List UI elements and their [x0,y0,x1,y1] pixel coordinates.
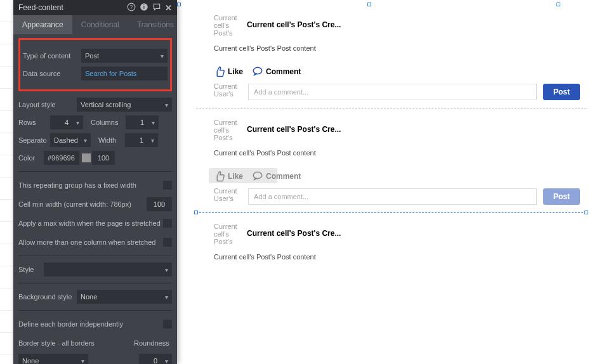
thumbs-up-icon [214,171,225,182]
post-content: Current cell's Post's Post content [214,253,580,261]
columns-label: Columns [91,119,126,126]
property-panel: Feed-content ? i ✕ Appearance Conditiona… [13,0,177,364]
help-icon[interactable]: ? [127,3,136,13]
panel-header-icons: ? i ✕ [127,3,172,13]
panel-tabs: Appearance Conditional Transitions [13,15,177,34]
define-border-checkbox[interactable] [163,320,172,328]
svg-point-5 [253,172,262,179]
panel-title: Feed-content [18,3,63,12]
info-icon[interactable]: i [140,3,148,13]
data-source-label: Data source [23,70,81,77]
post-comment-button[interactable]: Post [543,84,580,100]
rows-label: Rows [18,119,50,126]
feed-cell[interactable]: Current cell's Post's Current cell's Pos… [196,108,586,212]
comment-icon[interactable] [152,3,161,13]
post-creator: Current cell's Post's Cre... [247,125,341,134]
roundness-label: Roundness [134,339,172,347]
width-select[interactable]: 1 [125,133,158,147]
comment-button[interactable]: Comment [252,171,301,182]
separator-label: Separato [18,136,50,144]
color-alpha-input[interactable]: 100 [92,151,115,165]
apply-max-width-checkbox[interactable] [163,219,172,228]
comment-label: Comment [266,172,301,181]
speech-bubble-icon [252,171,263,182]
cell-min-width-input[interactable]: 100 [147,197,172,211]
color-hex-input[interactable]: #969696 [44,151,79,165]
post-content: Current cell's Post's Post content [214,44,580,52]
comment-input[interactable]: Add a comment... [248,188,537,205]
close-icon[interactable]: ✕ [165,3,172,13]
apply-max-width-label: Apply a max width when the page is stret… [18,219,161,227]
allow-more-col-checkbox[interactable] [163,238,172,247]
avatar-placeholder: Current cell's Post's [214,223,238,244]
comment-button[interactable]: Comment [252,66,301,77]
feed-cell[interactable]: Current cell's Post's Current cell's Pos… [196,212,586,267]
define-border-label: Define each border independently [18,320,123,328]
separator-select[interactable]: Dashed [50,133,91,147]
user-avatar-placeholder: Current User's [214,82,242,101]
roundness-input[interactable]: 0 [139,354,172,364]
speech-bubble-icon [252,66,263,77]
panel-body: Type of content Post Data source Search … [13,38,177,364]
border-style-select[interactable]: None [18,354,88,364]
svg-text:i: i [143,4,145,10]
layout-style-select[interactable]: Vertical scrolling [77,98,172,112]
post-comment-button[interactable]: Post [543,188,580,205]
highlighted-section: Type of content Post Data source Search … [18,38,172,91]
background-style-select[interactable]: None [77,290,172,304]
user-avatar-placeholder: Current User's [214,187,242,206]
columns-select[interactable]: 1 [126,115,159,129]
post-creator: Current cell's Post's Cre... [247,229,341,238]
tab-appearance[interactable]: Appearance [13,15,72,34]
like-button[interactable]: Like [214,171,243,182]
like-label: Like [228,67,243,76]
cell-min-width-label: Cell min width (current width: 786px) [18,200,131,208]
post-content: Current cell's Post's Post content [214,149,580,157]
like-button[interactable]: Like [214,66,243,77]
tab-transitions[interactable]: Transitions [128,15,183,34]
rows-select[interactable]: 4 [50,115,83,129]
like-label: Like [228,172,243,181]
type-of-content-select[interactable]: Post [81,49,168,63]
color-swatch[interactable] [82,153,91,162]
layout-style-label: Layout style [18,101,77,108]
selection-handle[interactable] [177,3,181,6]
canvas[interactable]: Current cell's Post's Current cell's Pos… [177,0,599,364]
color-label: Color [18,154,44,162]
allow-more-col-label: Allow more than one column when stretche… [18,238,155,246]
fixed-width-label: This repeating group has a fixed width [18,181,136,189]
tab-conditional[interactable]: Conditional [72,15,128,34]
style-select[interactable] [44,263,172,276]
svg-text:?: ? [130,4,133,10]
panel-header: Feed-content ? i ✕ [13,0,177,15]
sheet-gutter [0,0,13,364]
feed-cell[interactable]: Current cell's Post's Current cell's Pos… [196,4,586,108]
svg-point-4 [253,67,262,74]
comment-label: Comment [266,67,301,76]
style-label: Style [18,266,44,273]
width-label: Width [98,136,125,144]
post-creator: Current cell's Post's Cre... [247,20,341,29]
fixed-width-checkbox[interactable] [163,181,172,190]
avatar-placeholder: Current cell's Post's [214,14,238,36]
type-of-content-label: Type of content [23,52,81,60]
avatar-placeholder: Current cell's Post's [214,119,238,140]
comment-input[interactable]: Add a comment... [248,84,537,100]
border-style-label: Border style - all borders [18,339,101,347]
background-style-label: Background style [18,293,77,301]
thumbs-up-icon [214,66,225,77]
data-source-input[interactable]: Search for Posts [81,67,168,81]
